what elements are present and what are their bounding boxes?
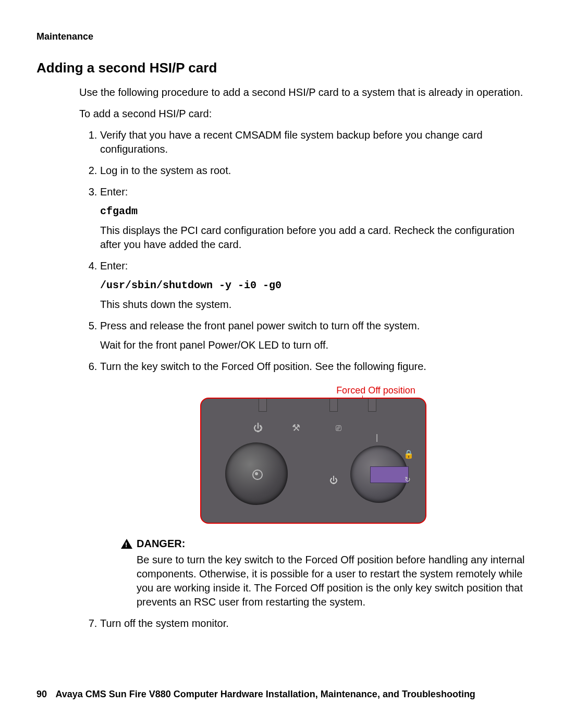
step-text: Enter: <box>100 186 128 198</box>
step-explanation: Wait for the front panel Power/OK LED to… <box>100 338 527 352</box>
warning-icon <box>121 539 132 549</box>
card-icon: ⎚ <box>336 422 341 434</box>
step-1: Verify that you have a recent CMSADM fil… <box>100 128 527 156</box>
position-normal-icon: | <box>376 432 378 443</box>
panel-tab <box>259 398 267 412</box>
step-6: Turn the key switch to the Forced Off po… <box>100 360 527 609</box>
step-3: Enter: cfgadm This displays the PCI card… <box>100 185 527 252</box>
step-explanation: This displays the PCI card configuration… <box>100 224 527 252</box>
step-text: Enter: <box>100 260 128 272</box>
page-title: Adding a second HSI/P card <box>36 60 527 76</box>
danger-block: DANGER: <box>121 537 527 551</box>
position-refresh-icon: ↻ <box>405 475 411 485</box>
power-dial <box>225 442 288 505</box>
figure: Forced Off position ⏻ ⚒ ⎚ <box>100 383 527 527</box>
code-block: /usr/sbin/shutdown -y -i0 -g0 <box>100 278 527 292</box>
position-off-icon: ⏻ <box>329 475 338 486</box>
page-number: 90 <box>36 689 47 699</box>
position-lock-icon: 🔒 <box>403 449 414 460</box>
step-2: Log in to the system as root. <box>100 164 527 178</box>
step-7: Turn off the system monitor. <box>100 616 527 631</box>
step-4: Enter: /usr/sbin/shutdown -y -i0 -g0 Thi… <box>100 259 527 312</box>
wrench-icon: ⚒ <box>292 422 300 434</box>
body-content: Use the following procedure to add a sec… <box>79 85 527 631</box>
key-slot <box>370 466 409 483</box>
danger-heading: DANGER: <box>137 537 185 551</box>
figure-label-text: Forced Off position <box>336 385 415 396</box>
footer-title: Avaya CMS Sun Fire V880 Computer Hardwar… <box>55 689 475 699</box>
step-text: Verify that you have a recent CMSADM fil… <box>100 129 483 155</box>
panel-tab <box>329 398 338 412</box>
lead-in-paragraph: To add a second HSI/P card: <box>79 107 527 121</box>
panel-tab <box>368 398 376 412</box>
key-switch <box>350 446 408 503</box>
panel-icons: ⏻ ⚒ ⎚ <box>253 422 410 434</box>
step-text: Press and release the front panel power … <box>100 320 420 331</box>
code-block: cfgadm <box>100 204 527 218</box>
breadcrumb: Maintenance <box>36 31 527 42</box>
step-5: Press and release the front panel power … <box>100 319 527 352</box>
step-text: Log in to the system as root. <box>100 165 231 176</box>
power-icon: ⏻ <box>253 422 263 434</box>
page-footer: 90 Avaya CMS Sun Fire V880 Computer Hard… <box>36 689 527 700</box>
procedure-steps: Verify that you have a recent CMSADM fil… <box>89 128 527 631</box>
document-page: Maintenance Adding a second HSI/P card U… <box>0 0 563 728</box>
step-explanation: This shuts down the system. <box>100 298 527 312</box>
step-text: Turn off the system monitor. <box>100 618 229 629</box>
figure-label: Forced Off position <box>336 384 415 397</box>
front-panel-illustration: ⏻ ⚒ ⎚ | 🔒 ↻ ⏻ <box>200 398 426 524</box>
intro-paragraph: Use the following procedure to add a sec… <box>79 85 527 100</box>
step-text: Turn the key switch to the Forced Off po… <box>100 361 426 372</box>
danger-text: Be sure to turn the key switch to the Fo… <box>137 553 527 609</box>
